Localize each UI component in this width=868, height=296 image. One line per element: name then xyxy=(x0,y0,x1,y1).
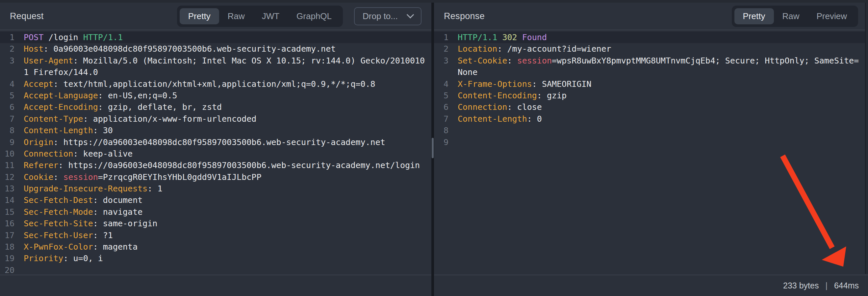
code-line: 16Sec-Fetch-Site: same-origin xyxy=(0,218,431,229)
line-number: 7 xyxy=(0,113,14,125)
line-text: None xyxy=(448,66,477,78)
footer-separator: | xyxy=(825,281,828,290)
line-text: Sec-Fetch-Site: same-origin xyxy=(14,218,157,229)
code-line: 9Origin: https://0a96003e048098dc80f9589… xyxy=(0,136,431,148)
line-number xyxy=(0,66,14,78)
line-number: 1 xyxy=(434,32,448,43)
line-number: 8 xyxy=(0,125,14,136)
drop-to-label: Drop to... xyxy=(363,11,398,21)
request-header: Request PrettyRawJWTGraphQL Drop to... xyxy=(0,3,431,30)
code-line: 1POST /login HTTP/1.1 xyxy=(0,32,431,43)
line-text: User-Agent: Mozilla/5.0 (Macintosh; Inte… xyxy=(14,55,425,66)
code-line: 14Sec-Fetch-Dest: document xyxy=(0,194,431,206)
code-line: 3Set-Cookie: session=wpsR8uwBxY8pmvptMMG… xyxy=(434,55,868,66)
drop-to-dropdown[interactable]: Drop to... xyxy=(354,7,422,25)
request-scrollbar-thumb[interactable] xyxy=(432,138,434,158)
code-line: 7Content-Type: application/x-www-form-ur… xyxy=(0,113,431,125)
line-text xyxy=(448,136,458,148)
line-number: 7 xyxy=(434,113,448,125)
code-line: 8Content-Length: 30 xyxy=(0,125,431,136)
line-text: Sec-Fetch-Mode: navigate xyxy=(14,206,143,218)
response-tab-group: PrettyRawPreview xyxy=(732,6,858,27)
line-number: 12 xyxy=(0,171,14,183)
line-text: Content-Length: 30 xyxy=(14,125,113,136)
tab-pretty[interactable]: Pretty xyxy=(180,8,219,24)
line-number: 20 xyxy=(0,264,14,275)
response-time: 644ms xyxy=(834,281,859,290)
response-panel-title: Response xyxy=(444,11,485,21)
line-number: 17 xyxy=(0,230,14,241)
request-tab-group: PrettyRawJWTGraphQL xyxy=(177,6,343,27)
code-line: 10Connection: keep-alive xyxy=(0,148,431,160)
code-line: 5Content-Encoding: gzip xyxy=(434,90,868,101)
line-number: 5 xyxy=(434,90,448,101)
line-number: 11 xyxy=(0,160,14,171)
line-text: HTTP/1.1 302 Found xyxy=(448,32,547,43)
line-text: Connection: close xyxy=(448,101,542,113)
line-number: 6 xyxy=(434,101,448,113)
line-number: 16 xyxy=(0,218,14,229)
line-number: 8 xyxy=(434,125,448,136)
code-line: 9 xyxy=(434,136,868,148)
line-text: Upgrade-Insecure-Requests: 1 xyxy=(14,183,162,194)
line-number: 9 xyxy=(0,136,14,148)
line-text: Sec-Fetch-User: ?1 xyxy=(14,230,113,241)
line-number: 10 xyxy=(0,148,14,160)
line-number: 3 xyxy=(0,55,14,66)
request-panel-title: Request xyxy=(10,11,44,21)
tab-jwt[interactable]: JWT xyxy=(253,8,288,24)
code-line: 4X-Frame-Options: SAMEORIGIN xyxy=(434,78,868,90)
line-text: Content-Encoding: gzip xyxy=(448,90,567,101)
request-panel: Request PrettyRawJWTGraphQL Drop to... 1… xyxy=(0,3,431,296)
code-line: 7Content-Length: 0 xyxy=(434,113,868,125)
code-line: 6Accept-Encoding: gzip, deflate, br, zst… xyxy=(0,101,431,113)
response-editor[interactable]: 1HTTP/1.1 302 Found2Location: /my-accoun… xyxy=(434,30,868,275)
tab-graphql[interactable]: GraphQL xyxy=(288,8,340,24)
line-number: 15 xyxy=(0,206,14,218)
line-number: 3 xyxy=(434,55,448,66)
line-text: Origin: https://0a96003e048098dc80f95897… xyxy=(14,136,385,148)
code-line: 20 xyxy=(0,264,431,275)
panel-splitter[interactable] xyxy=(431,3,434,296)
code-line: 2Location: /my-account?id=wiener xyxy=(434,43,868,55)
code-line: 4Accept: text/html,application/xhtml+xml… xyxy=(0,78,431,90)
line-text: Accept-Language: en-US,en;q=0.5 xyxy=(14,90,177,101)
code-line: 17Sec-Fetch-User: ?1 xyxy=(0,230,431,241)
request-editor[interactable]: 1POST /login HTTP/1.12Host: 0a96003e0480… xyxy=(0,30,431,275)
code-line: 1HTTP/1.1 302 Found xyxy=(434,32,868,43)
response-scrollbar-track[interactable] xyxy=(865,3,868,274)
code-line: 8 xyxy=(434,125,868,136)
line-number xyxy=(434,66,448,78)
code-line: 1 Firefox/144.0 xyxy=(0,66,431,78)
line-text: Sec-Fetch-Dest: document xyxy=(14,194,143,206)
line-text: Set-Cookie: session=wpsR8uwBxY8pmvptMMG8… xyxy=(448,55,859,66)
tab-raw[interactable]: Raw xyxy=(774,8,808,24)
tab-raw[interactable]: Raw xyxy=(219,8,253,24)
line-number: 14 xyxy=(0,194,14,206)
line-text: POST /login HTTP/1.1 xyxy=(14,32,123,43)
line-text: X-PwnFox-Color: magenta xyxy=(14,241,137,253)
response-footer: 233 bytes | 644ms xyxy=(434,275,868,296)
line-text: Content-Length: 0 xyxy=(448,113,542,125)
line-text xyxy=(448,125,458,136)
line-number: 5 xyxy=(0,90,14,101)
code-line: 6Connection: close xyxy=(434,101,868,113)
tab-pretty[interactable]: Pretty xyxy=(735,8,774,24)
request-footer xyxy=(0,275,431,296)
code-line: 13Upgrade-Insecure-Requests: 1 xyxy=(0,183,431,194)
chevron-down-icon xyxy=(407,11,414,19)
line-text: Host: 0a96003e048098dc80f95897003500b6.w… xyxy=(14,43,336,55)
code-line: 19Priority: u=0, i xyxy=(0,253,431,264)
code-line: 15Sec-Fetch-Mode: navigate xyxy=(0,206,431,218)
line-number: 2 xyxy=(434,43,448,55)
response-size: 233 bytes xyxy=(783,281,819,290)
line-text: 1 Firefox/144.0 xyxy=(14,66,98,78)
code-line: 11Referer: https://0a96003e048098dc80f95… xyxy=(0,160,431,171)
code-line: 5Accept-Language: en-US,en;q=0.5 xyxy=(0,90,431,101)
code-line: 18X-PwnFox-Color: magenta xyxy=(0,241,431,253)
line-text: Location: /my-account?id=wiener xyxy=(448,43,611,55)
line-text: Accept-Encoding: gzip, deflate, br, zstd xyxy=(14,101,222,113)
line-number: 6 xyxy=(0,101,14,113)
tab-preview[interactable]: Preview xyxy=(808,8,856,24)
code-line: 3User-Agent: Mozilla/5.0 (Macintosh; Int… xyxy=(0,55,431,66)
